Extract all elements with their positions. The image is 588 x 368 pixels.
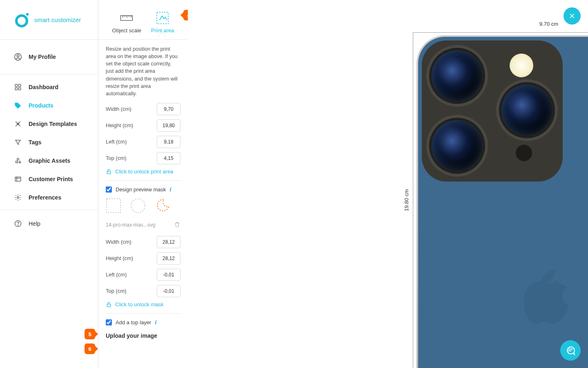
sidebar-item-label: Preferences — [29, 194, 61, 201]
preview-canvas: 9.70 cm 19.80 cm — [188, 0, 588, 368]
print-area-top-input[interactable] — [157, 152, 180, 164]
mask-top-label: Top (cm) — [106, 288, 127, 294]
svg-rect-18 — [107, 171, 111, 174]
sidebar-item-label: My Profile — [29, 54, 56, 60]
dashboard-icon — [14, 83, 22, 91]
mask-left-label: Left (cm) — [106, 272, 127, 278]
brand-name: smart customizer — [34, 16, 81, 23]
help-icon — [14, 220, 22, 228]
logo-icon — [14, 12, 29, 27]
print-area-intro: Resize and position the print area on th… — [106, 45, 180, 97]
delete-mask-button[interactable] — [174, 221, 180, 229]
sidebar-item-label: Tags — [29, 139, 42, 146]
print-area-icon — [156, 11, 169, 25]
print-area-width-input[interactable] — [157, 103, 180, 115]
info-icon[interactable]: i — [155, 319, 156, 326]
lens-icon — [432, 50, 483, 101]
sidebar-item-dashboard[interactable]: Dashboard — [0, 78, 98, 96]
info-icon[interactable]: i — [170, 186, 172, 193]
height-label: Height (cm) — [106, 122, 133, 128]
print-area-height-input[interactable] — [157, 119, 180, 132]
panel-tabs: Object scale Print area 4 — [98, 0, 188, 40]
ruler-height-label: 19.80 cm — [403, 32, 410, 368]
sidebar-item-products[interactable]: Products — [0, 96, 98, 114]
mask-shape-circle[interactable] — [130, 198, 146, 213]
svg-point-20 — [131, 199, 145, 213]
flash-icon — [510, 54, 533, 77]
properties-panel: Object scale Print area 4 Resize and pos… — [98, 0, 188, 368]
sidebar-item-my-profile[interactable]: My Profile — [0, 40, 98, 74]
sidebar-item-tags[interactable]: Tags — [0, 133, 98, 151]
gear-icon — [14, 193, 22, 202]
upload-heading: Upload your image — [106, 332, 180, 339]
sidebar-item-label: Customer Prints — [29, 176, 73, 182]
tab-print-area[interactable]: Print area — [151, 11, 174, 34]
svg-point-13 — [17, 196, 19, 198]
filter-icon — [14, 138, 22, 146]
svg-rect-4 — [15, 84, 17, 86]
apple-logo-icon — [524, 270, 573, 327]
sidebar-item-graphic-assets[interactable]: Graphic Assets — [0, 151, 98, 170]
svg-rect-17 — [157, 12, 168, 24]
ruler-icon — [120, 11, 134, 25]
add-top-layer-checkbox[interactable] — [106, 319, 112, 325]
step-badge-6: 6 — [85, 343, 95, 354]
svg-rect-19 — [107, 199, 120, 213]
profile-icon — [14, 53, 22, 61]
svg-point-10 — [17, 158, 19, 160]
mask-top-input[interactable] — [157, 285, 180, 297]
svg-point-1 — [26, 13, 29, 16]
width-label: Width (cm) — [106, 106, 131, 112]
sidebar-item-help[interactable]: Help — [0, 214, 98, 233]
tab-label: Print area — [151, 27, 174, 34]
svg-rect-5 — [19, 84, 21, 86]
svg-rect-16 — [121, 16, 133, 20]
chat-support-button[interactable] — [560, 340, 581, 361]
mask-left-input[interactable] — [157, 269, 180, 281]
svg-point-15 — [18, 225, 18, 225]
sidebar-item-label: Help — [29, 220, 40, 227]
close-button[interactable] — [564, 7, 581, 25]
mic-dot-icon — [516, 145, 532, 161]
mask-width-label: Width (cm) — [106, 239, 131, 245]
mask-check-label: Design preview mask — [116, 186, 166, 193]
top-label: Top (cm) — [106, 155, 127, 161]
tag-icon — [14, 101, 22, 110]
prints-icon — [14, 175, 22, 183]
mask-file-name: 14-pro-max-mas...svg — [106, 222, 156, 228]
assets-icon — [14, 157, 22, 165]
design-preview-mask-checkbox[interactable] — [106, 186, 112, 193]
svg-rect-12 — [15, 177, 21, 181]
ruler-width-label: 9.70 cm — [413, 21, 588, 27]
mask-height-label: Height (cm) — [106, 255, 133, 261]
mask-shape-custom[interactable] — [155, 198, 170, 213]
left-label: Left (cm) — [106, 139, 127, 145]
unlock-mask-link[interactable]: Click to unlock mask — [106, 301, 180, 307]
sidebar-item-label: Graphic Assets — [29, 157, 70, 164]
mask-height-input[interactable] — [157, 252, 180, 265]
svg-point-3 — [17, 55, 19, 57]
sidebar-item-customer-prints[interactable]: Customer Prints — [0, 170, 98, 188]
print-area-left-input[interactable] — [157, 136, 180, 148]
mask-width-input[interactable] — [157, 236, 180, 248]
templates-icon — [14, 120, 22, 128]
sidebar-item-label: Design Templates — [29, 121, 77, 127]
lens-icon — [432, 120, 483, 171]
svg-rect-7 — [19, 88, 21, 90]
sidebar-item-label: Products — [29, 102, 53, 109]
step-badge-5: 5 — [85, 329, 95, 339]
top-layer-check-label: Add a top layer — [116, 319, 151, 325]
svg-rect-21 — [107, 304, 111, 307]
svg-point-8 — [16, 103, 17, 104]
svg-rect-6 — [15, 88, 17, 90]
sidebar-item-design-templates[interactable]: Design Templates — [0, 114, 98, 133]
sidebar-item-preferences[interactable]: Preferences — [0, 188, 98, 206]
tab-object-scale[interactable]: Object scale — [112, 11, 142, 34]
brand-logo[interactable]: smart customizer — [0, 0, 98, 40]
mask-shape-square[interactable] — [106, 198, 121, 213]
unlock-print-area-link[interactable]: Click to unlock print area — [106, 168, 180, 175]
lens-icon — [501, 85, 552, 136]
svg-rect-11 — [16, 161, 18, 163]
sidebar-item-label: Dashboard — [29, 84, 58, 90]
camera-module — [422, 40, 563, 182]
